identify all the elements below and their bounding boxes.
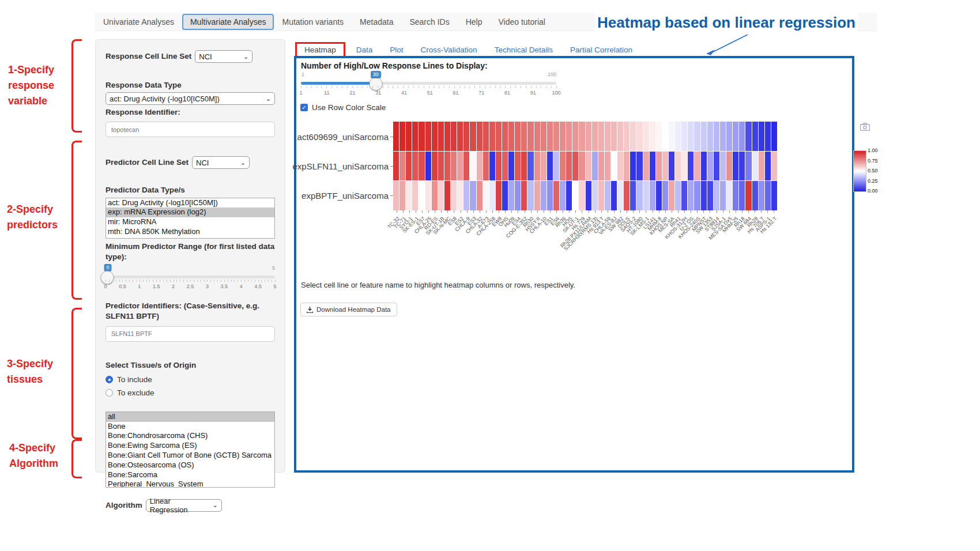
tab-data[interactable]: Data xyxy=(348,43,382,56)
heatmap-cell[interactable] xyxy=(611,122,617,151)
nav-tab-help[interactable]: Help xyxy=(458,14,491,30)
heatmap-cell[interactable] xyxy=(515,181,521,210)
listbox-option[interactable]: Bone:Ewing Sarcoma (ES) xyxy=(106,441,274,451)
heatmap-cell[interactable] xyxy=(624,122,630,151)
heatmap-cell[interactable] xyxy=(675,152,681,181)
heatmap-cell[interactable] xyxy=(483,181,489,210)
heatmap-cell[interactable] xyxy=(765,152,771,181)
heatmap-cell[interactable] xyxy=(566,122,572,151)
response-cell-line-set-select[interactable]: NCI ⌄ xyxy=(195,50,252,63)
nav-tab-metadata[interactable]: Metadata xyxy=(352,14,401,30)
heatmap-cell[interactable] xyxy=(771,122,777,151)
heatmap-cell[interactable] xyxy=(438,181,444,210)
listbox-option[interactable]: mth: DNA 850K Methylation xyxy=(106,227,274,237)
listbox-option[interactable]: Peripheral_Nervous_System xyxy=(106,480,274,487)
heatmap-cell[interactable] xyxy=(771,152,777,181)
heatmap-cell[interactable] xyxy=(605,181,610,210)
heatmap-cell[interactable] xyxy=(592,122,598,151)
heatmap-cell[interactable] xyxy=(541,152,546,181)
heatmap-cell[interactable] xyxy=(560,152,566,181)
algorithm-select[interactable]: Linear Regression ⌄ xyxy=(146,499,222,512)
heatmap-cell[interactable] xyxy=(745,122,751,151)
heatmap-cell[interactable] xyxy=(739,152,745,181)
heatmap-cell[interactable] xyxy=(444,122,450,151)
tab-cross-validation[interactable]: Cross-Validation xyxy=(412,43,486,56)
predictor-identifiers-input[interactable] xyxy=(105,326,275,342)
heatmap-cell[interactable] xyxy=(605,122,610,151)
heatmap-cell[interactable] xyxy=(688,152,693,181)
heatmap-cell[interactable] xyxy=(630,181,636,210)
heatmap-cell[interactable] xyxy=(399,122,405,151)
heatmap-cell[interactable] xyxy=(515,122,521,151)
heatmap-cell[interactable] xyxy=(572,152,578,181)
heatmap-cell[interactable] xyxy=(656,152,662,181)
heatmap-cell[interactable] xyxy=(547,152,553,181)
tab-technical-details[interactable]: Technical Details xyxy=(486,43,561,56)
heatmap-cell[interactable] xyxy=(547,181,553,210)
heatmap-cell[interactable] xyxy=(527,122,533,151)
heatmap-row-label[interactable]: expBPTF_uniSarcoma xyxy=(301,191,389,201)
heatmap-cell[interactable] xyxy=(707,152,713,181)
heatmap-cell[interactable] xyxy=(726,152,732,181)
heatmap-cell[interactable] xyxy=(496,152,502,181)
heatmap-cell[interactable] xyxy=(393,152,399,181)
heatmap-cell[interactable] xyxy=(662,122,668,151)
heatmap-cell[interactable] xyxy=(451,181,457,210)
heatmap-cell[interactable] xyxy=(412,152,418,181)
heatmap-cell[interactable] xyxy=(515,152,521,181)
tab-plot[interactable]: Plot xyxy=(381,43,412,56)
heatmap-cell[interactable] xyxy=(714,122,719,151)
heatmap-cell[interactable] xyxy=(502,122,508,151)
heatmap-cell[interactable] xyxy=(508,122,514,151)
heatmap-cell[interactable] xyxy=(617,152,623,181)
heatmap-row-label[interactable]: act609699_uniSarcoma xyxy=(297,131,389,141)
heatmap-cell[interactable] xyxy=(521,152,527,181)
heatmap-cell[interactable] xyxy=(477,152,483,181)
heatmap-cell[interactable] xyxy=(451,122,457,151)
heatmap-cell[interactable] xyxy=(444,181,450,210)
heatmap-cell[interactable] xyxy=(502,152,508,181)
heatmap-cell[interactable] xyxy=(636,181,642,210)
heatmap-cell[interactable] xyxy=(579,152,585,181)
heatmap-cell[interactable] xyxy=(438,122,444,151)
listbox-option[interactable]: Bone:Giant Cell Tumor of Bone (GCTB) Sar… xyxy=(106,451,274,461)
heatmap-cell[interactable] xyxy=(624,152,630,181)
heatmap-cell[interactable] xyxy=(496,122,502,151)
heatmap-cell[interactable] xyxy=(586,152,591,181)
heatmap-cell[interactable] xyxy=(643,152,649,181)
heatmap-cell[interactable] xyxy=(656,181,662,210)
download-heatmap-data-button[interactable]: Download Heatmap Data xyxy=(300,303,397,316)
predictor-cell-line-set-select[interactable]: NCI ⌄ xyxy=(192,156,250,169)
heatmap-cell[interactable] xyxy=(745,152,751,181)
heatmap-cell[interactable] xyxy=(438,152,444,181)
heatmap-cell[interactable] xyxy=(477,122,483,151)
response-data-type-select[interactable]: act: Drug Activity (-log10[IC50M]) ⌄ xyxy=(105,92,275,105)
heatmap-cell[interactable] xyxy=(605,152,610,181)
heatmap-cell[interactable] xyxy=(534,181,540,210)
heatmap-cell[interactable] xyxy=(489,122,495,151)
heatmap-cell[interactable] xyxy=(701,152,707,181)
listbox-option[interactable]: mir: MicroRNA xyxy=(106,217,274,227)
heatmap-cell[interactable] xyxy=(688,122,693,151)
heatmap-cell[interactable] xyxy=(759,122,764,151)
heatmap-cell[interactable] xyxy=(771,181,777,210)
heatmap-cell[interactable] xyxy=(694,152,700,181)
heatmap-cell[interactable] xyxy=(406,122,412,151)
heatmap-cell[interactable] xyxy=(579,122,585,151)
heatmap-cell[interactable] xyxy=(393,181,399,210)
heatmap-cell[interactable] xyxy=(547,122,553,151)
heatmap-cell[interactable] xyxy=(470,181,476,210)
heatmap-cell[interactable] xyxy=(560,122,566,151)
heatmap-cell[interactable] xyxy=(720,152,726,181)
heatmap-cell[interactable] xyxy=(636,152,642,181)
heatmap-cell[interactable] xyxy=(707,122,713,151)
heatmap-cell[interactable] xyxy=(572,181,578,210)
tab-partial-correlation[interactable]: Partial Correlation xyxy=(561,43,641,56)
heatmap-cell[interactable] xyxy=(592,181,598,210)
listbox-option[interactable]: all xyxy=(106,412,274,422)
heatmap-cell[interactable] xyxy=(527,152,533,181)
heatmap-cell[interactable] xyxy=(650,122,655,151)
listbox-option[interactable]: act: Drug Activity (-log10[IC50M]) xyxy=(106,198,274,208)
heatmap-cell[interactable] xyxy=(419,152,424,181)
heatmap-cell[interactable] xyxy=(611,181,617,210)
